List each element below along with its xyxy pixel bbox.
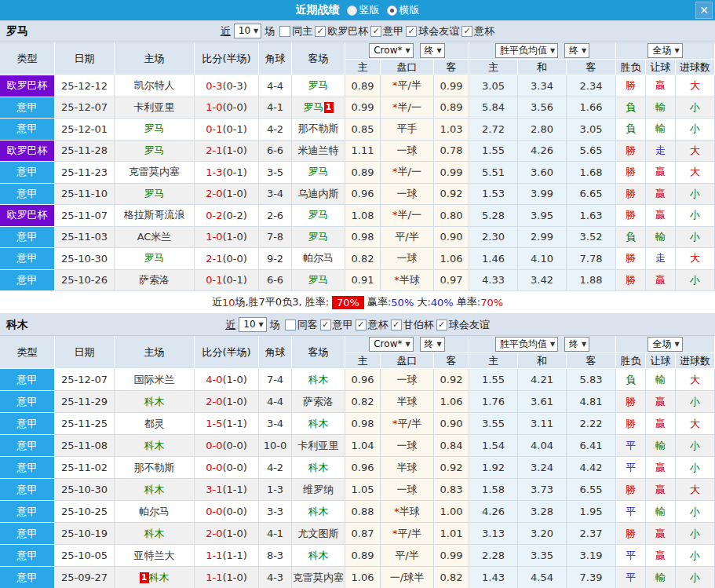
mean-away: 3.52 [567, 227, 616, 249]
asterisk: * [394, 274, 399, 286]
scope-select[interactable]: 全场▼ [648, 337, 682, 352]
home-team: AC米兰 [115, 227, 195, 249]
result-goals: 大 [676, 413, 715, 435]
mean-type-select[interactable]: 胜平负均值▼ [495, 337, 558, 352]
same-venue-checkbox-unchecked[interactable] [285, 320, 296, 331]
team-name: 卡利亚里 [298, 440, 339, 451]
odds-stage-select[interactable]: 终▼ [420, 337, 445, 352]
fulltime-score: 1-5 [206, 418, 222, 429]
col-type: 类型 [0, 336, 55, 369]
result-winlose: 勝 [616, 141, 646, 163]
league-badge: 意甲 [0, 184, 55, 206]
col-away: 客场 [292, 336, 345, 369]
match-date: 25-10-26 [55, 270, 115, 292]
asterisk: * [394, 506, 399, 517]
radio-vertical-layout[interactable]: 竖版 [347, 3, 380, 17]
odds-away: 0.90 [434, 227, 469, 249]
mean-home: 1.76 [469, 391, 518, 413]
mean-type-select[interactable]: 胜平负均值▼ [495, 43, 558, 58]
league-checkbox-checked[interactable]: ✓ [436, 320, 447, 331]
filter-option: ✓意杯 [459, 24, 494, 38]
mean-home: 2.72 [469, 119, 518, 141]
mean-away: 3.19 [567, 545, 616, 567]
title-bar: 近期战绩 竖版 横版 ✕ [0, 0, 715, 20]
scope-select[interactable]: 全场▼ [648, 43, 682, 58]
mean-away: 3.05 [567, 119, 616, 141]
team-name: 罗马 [6, 24, 28, 38]
league-checkbox-checked[interactable]: ✓ [315, 26, 326, 37]
home-team: 罗马 [115, 119, 195, 141]
corner-count: 4-4 [259, 75, 292, 97]
odds-home: 0.98 [345, 413, 381, 435]
odds-stage-select[interactable]: 终▼ [420, 43, 445, 58]
odds-home: 0.99 [345, 97, 381, 119]
mean-home: 1.55 [469, 369, 518, 391]
mean-away: 2.37 [567, 523, 616, 545]
team-name: 罗马 [308, 209, 329, 221]
home-team: 都灵 [115, 413, 195, 435]
corner-count: 8-3 [259, 545, 292, 567]
match-score: 2-1(0-0) [195, 248, 259, 270]
odds-away: 0.80 [434, 205, 469, 227]
match-score: 0-0(0-0) [195, 435, 259, 457]
filter-option-label: 意杯 [474, 24, 494, 38]
match-date: 25-11-10 [55, 184, 115, 206]
col-home: 主场 [115, 336, 195, 369]
away-team: 罗马 [292, 227, 345, 249]
odds-company-select[interactable]: Crow*▼ [369, 337, 413, 352]
mean-away: 1.66 [567, 97, 616, 119]
result-handicap: 贏 [646, 205, 676, 227]
league-checkbox-checked[interactable]: ✓ [370, 26, 381, 37]
odds-select-group: Crow*▼终▼ [345, 42, 469, 60]
league-checkbox-checked[interactable]: ✓ [406, 26, 417, 37]
match-count-select[interactable]: 10 ▼ [239, 317, 266, 332]
match-row: 意甲25-12-01罗马0-1(0-1)4-2那不勒斯0.85平手1.032.7… [0, 119, 715, 141]
result-winlose: 勝 [616, 75, 646, 97]
team-section-header-como: 科木 近 10 ▼ 场 同客 ✓意甲✓意杯✓甘伯杯✓球会友谊 [0, 314, 715, 336]
fulltime-score: 4-0 [206, 374, 222, 385]
summary-segment: 赢率: [367, 295, 391, 309]
away-team: 罗马 [292, 270, 345, 292]
home-team: 克雷莫内塞 [115, 162, 195, 184]
home-team: 那不勒斯 [115, 457, 195, 479]
close-button[interactable]: ✕ [695, 2, 713, 19]
mean-draw: 3.24 [518, 457, 567, 479]
mean-away: 6.41 [567, 435, 616, 457]
same-venue-checkbox-unchecked[interactable] [279, 26, 290, 37]
result-winlose: 平 [616, 501, 646, 523]
mean-away: 1.88 [567, 270, 616, 292]
league-checkbox-checked[interactable]: ✓ [461, 26, 472, 37]
mean-home: 3.13 [469, 523, 518, 545]
team-name: 科木 [144, 440, 165, 451]
odds-handicap: *半球 [381, 270, 434, 292]
league-badge: 欧罗巴杯 [0, 205, 55, 227]
mean-stage-select[interactable]: 终▼ [564, 43, 589, 58]
team-name: 罗马 [308, 79, 329, 91]
corner-count: 2-6 [259, 205, 292, 227]
odds-away: 0.99 [434, 162, 469, 184]
odds-handicap: 一球 [381, 435, 434, 457]
mean-draw: 3.35 [518, 545, 567, 567]
odds-company-select[interactable]: Crow*▼ [369, 43, 413, 58]
corner-count: 4-1 [259, 523, 292, 545]
league-checkbox-checked[interactable]: ✓ [320, 320, 331, 331]
radio-horizontal-layout[interactable]: 横版 [387, 3, 420, 17]
match-row: 意甲25-11-25都灵1-5(1-1)3-4科木0.98*平/半0.903.5… [0, 413, 715, 435]
result-winlose: 負 [616, 227, 646, 249]
odds-select-group: Crow*▼终▼ [345, 336, 469, 353]
result-goals: 小 [676, 270, 715, 292]
mean-stage-select[interactable]: 终▼ [564, 337, 589, 352]
filter-option: ✓球会友谊 [403, 24, 459, 38]
league-filter-options: ✓欧罗巴杯✓意甲✓球会友谊✓意杯 [312, 24, 494, 38]
match-row: 意甲25-12-07国际米兰4-0(1-0)7-4科木0.96一球0.921.5… [0, 369, 715, 391]
league-checkbox-checked[interactable]: ✓ [391, 320, 402, 331]
away-team: 克雷莫内塞 [292, 567, 345, 588]
asterisk: * [392, 166, 398, 177]
league-checkbox-checked[interactable]: ✓ [356, 320, 367, 331]
mean-home: 3.05 [469, 75, 518, 97]
odds-away: 0.92 [434, 457, 469, 479]
result-winlose: 平 [616, 435, 646, 457]
match-score: 2-0(1-0) [195, 523, 259, 545]
match-count-select[interactable]: 10 ▼ [234, 24, 261, 38]
odds-handicap: *平/半 [381, 523, 434, 545]
